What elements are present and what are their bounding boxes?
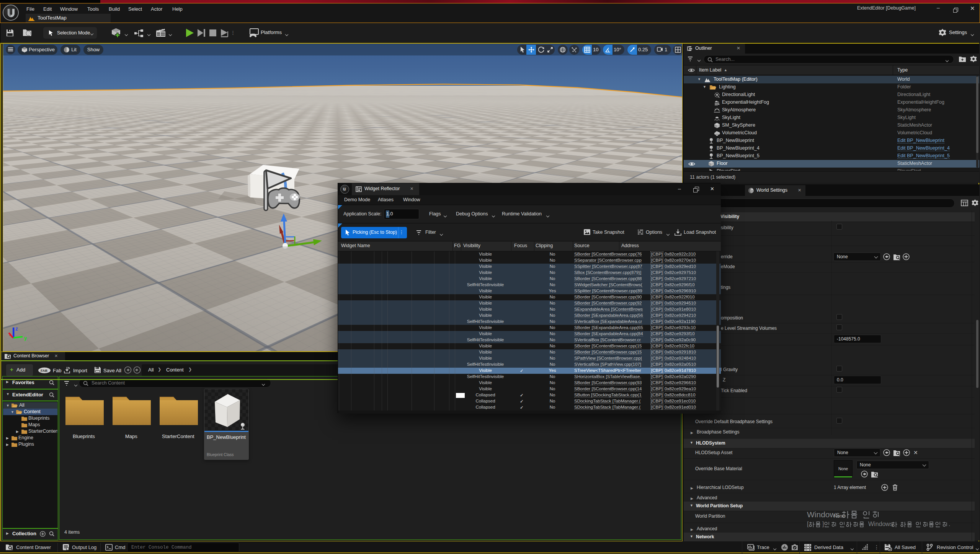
svg-text:Windows: Windows [868,521,893,527]
svg-text:[: [ [807,521,809,527]
svg-text:.: . [949,521,950,527]
svg-text:x: x [9,332,12,337]
svg-text:y: y [24,335,27,341]
svg-text:]: ] [822,521,824,527]
svg-text:Windows: Windows [807,510,840,519]
svg-text:z: z [15,326,18,332]
